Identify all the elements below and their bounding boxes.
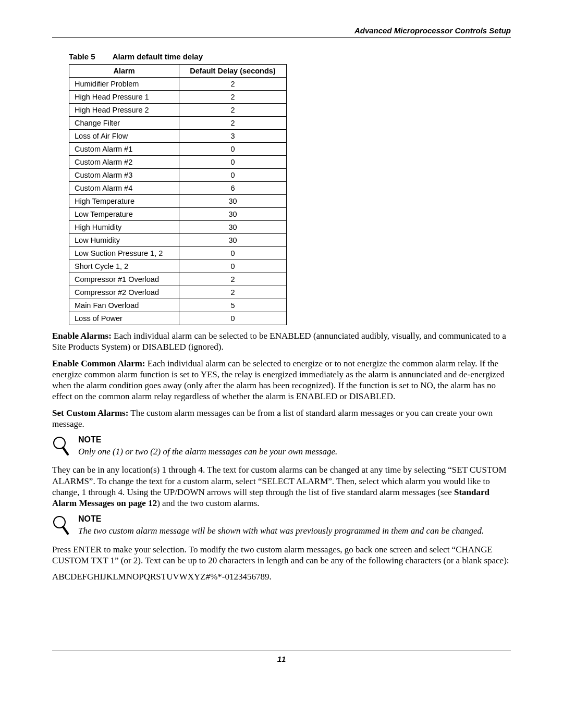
alarm-name-cell: Compressor #1 Overload [69,273,179,286]
alarm-delay-cell: 6 [179,182,287,195]
table-row: Compressor #2 Overload2 [69,286,287,299]
alarm-delay-cell: 5 [179,299,287,312]
table-row: Change Filter2 [69,117,287,130]
magnifier-icon [52,435,78,459]
enable-alarms-label: Enable Alarms: [52,331,112,341]
table-row: Custom Alarm #30 [69,169,287,182]
table-header-alarm: Alarm [69,65,179,78]
table-row: High Humidity30 [69,221,287,234]
alarm-delay-cell: 0 [179,247,287,260]
alarm-name-cell: Low Humidity [69,234,179,247]
table-row: Low Humidity30 [69,234,287,247]
note-block-2: NOTE The two custom alarm message will b… [52,514,511,538]
note-text: Only one (1) or two (2) of the alarm mes… [78,446,511,457]
magnifier-icon [52,514,78,538]
page-header: Advanced Microprocessor Controls Setup [52,26,511,38]
alarm-name-cell: Custom Alarm #1 [69,143,179,156]
alarm-delay-cell: 2 [179,117,287,130]
alarm-name-cell: Main Fan Overload [69,299,179,312]
table-number: Table 5 [69,52,111,61]
alarm-name-cell: High Head Pressure 2 [69,104,179,117]
table-title: Alarm default time delay [113,52,203,61]
table-header-delay: Default Delay (seconds) [179,65,287,78]
alarm-name-cell: Short Cycle 1, 2 [69,260,179,273]
table-row: Main Fan Overload5 [69,299,287,312]
alarm-name-cell: Humidifier Problem [69,78,179,91]
alarm-name-cell: Compressor #2 Overload [69,286,179,299]
alarm-delay-cell: 30 [179,234,287,247]
note-heading: NOTE [78,435,511,445]
alarm-delay-cell: 2 [179,273,287,286]
alarm-name-cell: Loss of Power [69,312,179,325]
set-custom-alarms-paragraph: Set Custom Alarms: The custom alarm mess… [52,408,511,430]
alarm-delay-cell: 0 [179,312,287,325]
table-caption: Table 5 Alarm default time delay [69,52,511,61]
custom-location-post: ) and the two custom alarms. [157,498,259,508]
alarm-delay-cell: 3 [179,130,287,143]
page-number: 11 [277,655,286,663]
alarm-delay-table: Alarm Default Delay (seconds) Humidifier… [69,64,287,325]
set-custom-label: Set Custom Alarms: [52,408,128,418]
alarm-delay-cell: 0 [179,260,287,273]
page-footer: 11 [52,650,511,663]
note-block-1: NOTE Only one (1) or two (2) of the alar… [52,435,511,459]
alarm-name-cell: Custom Alarm #4 [69,182,179,195]
alarm-name-cell: Change Filter [69,117,179,130]
alarm-name-cell: Loss of Air Flow [69,130,179,143]
table-row: High Head Pressure 22 [69,104,287,117]
table-row: Loss of Power0 [69,312,287,325]
alarm-name-cell: Custom Alarm #3 [69,169,179,182]
table-row: Compressor #1 Overload2 [69,273,287,286]
custom-location-pre: They can be in any location(s) 1 through… [52,465,507,497]
enable-common-alarm-paragraph: Enable Common Alarm: Each individual ala… [52,358,511,402]
alarm-delay-cell: 30 [179,195,287,208]
table-row: Custom Alarm #46 [69,182,287,195]
press-enter-paragraph: Press ENTER to make your selection. To m… [52,544,511,566]
alarm-name-cell: Custom Alarm #2 [69,156,179,169]
alarm-delay-cell: 30 [179,221,287,234]
alarm-delay-cell: 2 [179,286,287,299]
note-text: The two custom alarm message will be sho… [78,525,511,536]
table-row: Low Temperature30 [69,208,287,221]
body-text: Enable Alarms: Each individual alarm can… [52,330,511,582]
table-row: High Temperature30 [69,195,287,208]
table-row: High Head Pressure 12 [69,91,287,104]
table-row: Humidifier Problem2 [69,78,287,91]
alarm-delay-cell: 0 [179,169,287,182]
custom-location-paragraph: They can be in any location(s) 1 through… [52,464,511,509]
alarm-delay-cell: 0 [179,156,287,169]
alarm-name-cell: High Temperature [69,195,179,208]
table-row: Custom Alarm #10 [69,143,287,156]
section-title: Advanced Microprocessor Controls Setup [354,26,511,35]
alarm-name-cell: Low Suction Pressure 1, 2 [69,247,179,260]
alarm-delay-cell: 30 [179,208,287,221]
table-row: Loss of Air Flow3 [69,130,287,143]
enable-alarms-text: Each individual alarm can be selected to… [52,331,506,352]
alarm-name-cell: High Humidity [69,221,179,234]
alarm-name-cell: High Head Pressure 1 [69,91,179,104]
enable-alarms-paragraph: Enable Alarms: Each individual alarm can… [52,330,511,353]
alarm-delay-cell: 2 [179,91,287,104]
document-page: Advanced Microprocessor Controls Setup T… [0,0,563,684]
alarm-delay-cell: 0 [179,143,287,156]
alarm-delay-cell: 2 [179,78,287,91]
alarm-name-cell: Low Temperature [69,208,179,221]
table-row: Custom Alarm #20 [69,156,287,169]
alarm-delay-cell: 2 [179,104,287,117]
table-row: Low Suction Pressure 1, 20 [69,247,287,260]
note-heading: NOTE [78,514,511,524]
table-row: Short Cycle 1, 20 [69,260,287,273]
allowed-characters: ABCDEFGHIJKLMNOPQRSTUVWXYZ#%*-0123456789… [52,571,511,582]
enable-common-label: Enable Common Alarm: [52,359,145,368]
svg-line-1 [63,448,68,454]
svg-line-3 [63,527,68,534]
